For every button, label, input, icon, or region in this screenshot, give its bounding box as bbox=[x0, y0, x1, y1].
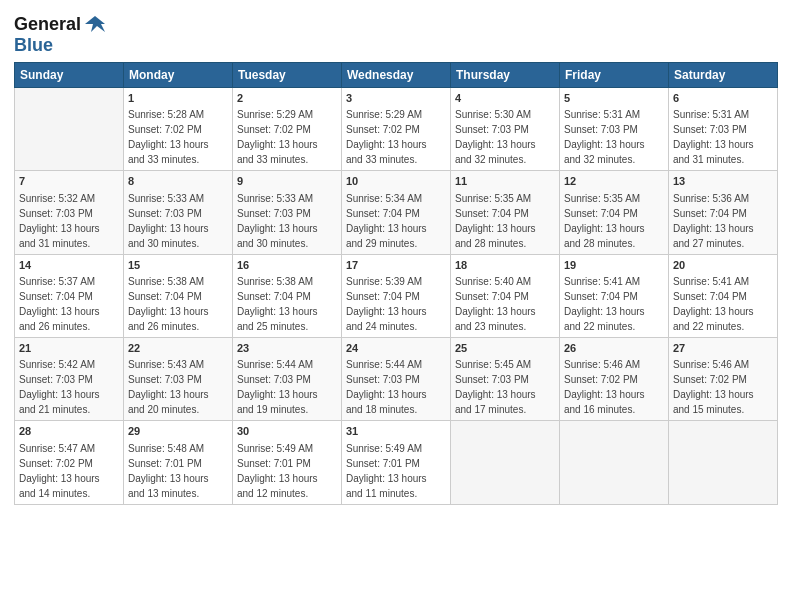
day-info: Sunrise: 5:46 AM Sunset: 7:02 PM Dayligh… bbox=[564, 357, 664, 417]
day-cell: 1Sunrise: 5:28 AM Sunset: 7:02 PM Daylig… bbox=[124, 87, 233, 170]
day-number: 8 bbox=[128, 174, 228, 189]
day-number: 23 bbox=[237, 341, 337, 356]
week-row-5: 28Sunrise: 5:47 AM Sunset: 7:02 PM Dayli… bbox=[15, 421, 778, 504]
logo-general: General bbox=[14, 14, 81, 34]
day-number: 27 bbox=[673, 341, 773, 356]
svg-marker-0 bbox=[85, 16, 105, 32]
day-number: 1 bbox=[128, 91, 228, 106]
day-number: 5 bbox=[564, 91, 664, 106]
day-cell: 19Sunrise: 5:41 AM Sunset: 7:04 PM Dayli… bbox=[560, 254, 669, 337]
day-number: 29 bbox=[128, 424, 228, 439]
day-info: Sunrise: 5:44 AM Sunset: 7:03 PM Dayligh… bbox=[237, 357, 337, 417]
day-info: Sunrise: 5:37 AM Sunset: 7:04 PM Dayligh… bbox=[19, 274, 119, 334]
day-cell bbox=[451, 421, 560, 504]
day-number: 2 bbox=[237, 91, 337, 106]
day-number: 9 bbox=[237, 174, 337, 189]
day-cell: 25Sunrise: 5:45 AM Sunset: 7:03 PM Dayli… bbox=[451, 337, 560, 420]
day-number: 21 bbox=[19, 341, 119, 356]
day-number: 24 bbox=[346, 341, 446, 356]
day-info: Sunrise: 5:47 AM Sunset: 7:02 PM Dayligh… bbox=[19, 441, 119, 501]
day-number: 25 bbox=[455, 341, 555, 356]
day-cell: 29Sunrise: 5:48 AM Sunset: 7:01 PM Dayli… bbox=[124, 421, 233, 504]
day-cell: 5Sunrise: 5:31 AM Sunset: 7:03 PM Daylig… bbox=[560, 87, 669, 170]
col-header-sunday: Sunday bbox=[15, 62, 124, 87]
col-header-saturday: Saturday bbox=[669, 62, 778, 87]
day-cell: 21Sunrise: 5:42 AM Sunset: 7:03 PM Dayli… bbox=[15, 337, 124, 420]
logo-bird-icon bbox=[83, 14, 107, 36]
header-row: SundayMondayTuesdayWednesdayThursdayFrid… bbox=[15, 62, 778, 87]
day-cell: 3Sunrise: 5:29 AM Sunset: 7:02 PM Daylig… bbox=[342, 87, 451, 170]
day-cell: 13Sunrise: 5:36 AM Sunset: 7:04 PM Dayli… bbox=[669, 171, 778, 254]
day-cell: 10Sunrise: 5:34 AM Sunset: 7:04 PM Dayli… bbox=[342, 171, 451, 254]
day-info: Sunrise: 5:29 AM Sunset: 7:02 PM Dayligh… bbox=[237, 107, 337, 167]
day-cell: 20Sunrise: 5:41 AM Sunset: 7:04 PM Dayli… bbox=[669, 254, 778, 337]
day-cell: 9Sunrise: 5:33 AM Sunset: 7:03 PM Daylig… bbox=[233, 171, 342, 254]
calendar-table: SundayMondayTuesdayWednesdayThursdayFrid… bbox=[14, 62, 778, 505]
day-number: 26 bbox=[564, 341, 664, 356]
week-row-2: 7Sunrise: 5:32 AM Sunset: 7:03 PM Daylig… bbox=[15, 171, 778, 254]
day-info: Sunrise: 5:36 AM Sunset: 7:04 PM Dayligh… bbox=[673, 191, 773, 251]
day-info: Sunrise: 5:43 AM Sunset: 7:03 PM Dayligh… bbox=[128, 357, 228, 417]
day-info: Sunrise: 5:35 AM Sunset: 7:04 PM Dayligh… bbox=[564, 191, 664, 251]
day-cell: 30Sunrise: 5:49 AM Sunset: 7:01 PM Dayli… bbox=[233, 421, 342, 504]
day-info: Sunrise: 5:42 AM Sunset: 7:03 PM Dayligh… bbox=[19, 357, 119, 417]
day-info: Sunrise: 5:38 AM Sunset: 7:04 PM Dayligh… bbox=[128, 274, 228, 334]
day-info: Sunrise: 5:35 AM Sunset: 7:04 PM Dayligh… bbox=[455, 191, 555, 251]
day-info: Sunrise: 5:49 AM Sunset: 7:01 PM Dayligh… bbox=[237, 441, 337, 501]
day-info: Sunrise: 5:34 AM Sunset: 7:04 PM Dayligh… bbox=[346, 191, 446, 251]
col-header-tuesday: Tuesday bbox=[233, 62, 342, 87]
day-number: 13 bbox=[673, 174, 773, 189]
day-number: 7 bbox=[19, 174, 119, 189]
day-number: 17 bbox=[346, 258, 446, 273]
week-row-4: 21Sunrise: 5:42 AM Sunset: 7:03 PM Dayli… bbox=[15, 337, 778, 420]
day-cell: 22Sunrise: 5:43 AM Sunset: 7:03 PM Dayli… bbox=[124, 337, 233, 420]
day-info: Sunrise: 5:29 AM Sunset: 7:02 PM Dayligh… bbox=[346, 107, 446, 167]
day-info: Sunrise: 5:32 AM Sunset: 7:03 PM Dayligh… bbox=[19, 191, 119, 251]
day-number: 15 bbox=[128, 258, 228, 273]
day-info: Sunrise: 5:41 AM Sunset: 7:04 PM Dayligh… bbox=[673, 274, 773, 334]
day-cell: 11Sunrise: 5:35 AM Sunset: 7:04 PM Dayli… bbox=[451, 171, 560, 254]
day-info: Sunrise: 5:33 AM Sunset: 7:03 PM Dayligh… bbox=[128, 191, 228, 251]
day-cell: 4Sunrise: 5:30 AM Sunset: 7:03 PM Daylig… bbox=[451, 87, 560, 170]
day-number: 31 bbox=[346, 424, 446, 439]
day-info: Sunrise: 5:28 AM Sunset: 7:02 PM Dayligh… bbox=[128, 107, 228, 167]
day-info: Sunrise: 5:46 AM Sunset: 7:02 PM Dayligh… bbox=[673, 357, 773, 417]
day-number: 18 bbox=[455, 258, 555, 273]
col-header-thursday: Thursday bbox=[451, 62, 560, 87]
day-cell: 26Sunrise: 5:46 AM Sunset: 7:02 PM Dayli… bbox=[560, 337, 669, 420]
day-cell: 28Sunrise: 5:47 AM Sunset: 7:02 PM Dayli… bbox=[15, 421, 124, 504]
day-cell: 6Sunrise: 5:31 AM Sunset: 7:03 PM Daylig… bbox=[669, 87, 778, 170]
day-cell: 18Sunrise: 5:40 AM Sunset: 7:04 PM Dayli… bbox=[451, 254, 560, 337]
day-info: Sunrise: 5:31 AM Sunset: 7:03 PM Dayligh… bbox=[564, 107, 664, 167]
day-info: Sunrise: 5:41 AM Sunset: 7:04 PM Dayligh… bbox=[564, 274, 664, 334]
col-header-monday: Monday bbox=[124, 62, 233, 87]
day-cell: 15Sunrise: 5:38 AM Sunset: 7:04 PM Dayli… bbox=[124, 254, 233, 337]
day-cell bbox=[669, 421, 778, 504]
day-info: Sunrise: 5:40 AM Sunset: 7:04 PM Dayligh… bbox=[455, 274, 555, 334]
day-number: 16 bbox=[237, 258, 337, 273]
week-row-1: 1Sunrise: 5:28 AM Sunset: 7:02 PM Daylig… bbox=[15, 87, 778, 170]
day-info: Sunrise: 5:39 AM Sunset: 7:04 PM Dayligh… bbox=[346, 274, 446, 334]
day-cell: 31Sunrise: 5:49 AM Sunset: 7:01 PM Dayli… bbox=[342, 421, 451, 504]
day-info: Sunrise: 5:31 AM Sunset: 7:03 PM Dayligh… bbox=[673, 107, 773, 167]
day-cell: 23Sunrise: 5:44 AM Sunset: 7:03 PM Dayli… bbox=[233, 337, 342, 420]
day-cell: 8Sunrise: 5:33 AM Sunset: 7:03 PM Daylig… bbox=[124, 171, 233, 254]
day-info: Sunrise: 5:44 AM Sunset: 7:03 PM Dayligh… bbox=[346, 357, 446, 417]
day-number: 30 bbox=[237, 424, 337, 439]
day-number: 28 bbox=[19, 424, 119, 439]
day-info: Sunrise: 5:33 AM Sunset: 7:03 PM Dayligh… bbox=[237, 191, 337, 251]
day-number: 10 bbox=[346, 174, 446, 189]
day-number: 12 bbox=[564, 174, 664, 189]
day-cell: 24Sunrise: 5:44 AM Sunset: 7:03 PM Dayli… bbox=[342, 337, 451, 420]
day-number: 14 bbox=[19, 258, 119, 273]
day-number: 20 bbox=[673, 258, 773, 273]
header-area: General Blue bbox=[14, 10, 778, 56]
day-cell: 12Sunrise: 5:35 AM Sunset: 7:04 PM Dayli… bbox=[560, 171, 669, 254]
logo-blue: Blue bbox=[14, 36, 107, 56]
main-container: General Blue SundayMondayTuesdayWednesda… bbox=[0, 0, 792, 515]
day-cell: 7Sunrise: 5:32 AM Sunset: 7:03 PM Daylig… bbox=[15, 171, 124, 254]
day-info: Sunrise: 5:48 AM Sunset: 7:01 PM Dayligh… bbox=[128, 441, 228, 501]
day-info: Sunrise: 5:49 AM Sunset: 7:01 PM Dayligh… bbox=[346, 441, 446, 501]
week-row-3: 14Sunrise: 5:37 AM Sunset: 7:04 PM Dayli… bbox=[15, 254, 778, 337]
day-cell: 2Sunrise: 5:29 AM Sunset: 7:02 PM Daylig… bbox=[233, 87, 342, 170]
